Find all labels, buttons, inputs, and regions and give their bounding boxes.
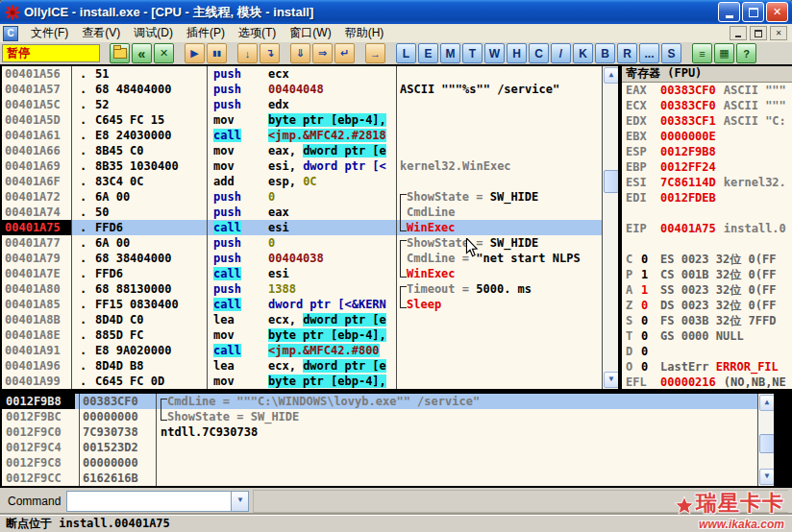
scroll-thumb[interactable] bbox=[759, 434, 774, 453]
stack-row[interactable]: 0012F9C800000000 bbox=[2, 455, 774, 471]
execute-till-return-button[interactable]: ↵ bbox=[334, 43, 355, 63]
flag-row[interactable]: D0 bbox=[622, 344, 792, 359]
view-source-button[interactable]: S bbox=[661, 43, 681, 63]
menu-item-5[interactable]: 选项(T) bbox=[232, 23, 283, 43]
disasm-row[interactable]: 00401A8B.8D4D C0leaecx, dword ptr [e bbox=[2, 312, 618, 327]
go-to-address-button[interactable]: → bbox=[365, 43, 385, 63]
flag-row[interactable]: T0GS 0000 NULL bbox=[622, 328, 792, 344]
disasm-row[interactable]: 00401A80.68 88130000push1388Timeout = 50… bbox=[2, 281, 618, 297]
help-button[interactable]: ? bbox=[736, 43, 756, 63]
register-row[interactable]: EDI0012FDEB bbox=[622, 190, 792, 206]
stack-row[interactable]: 0012F9B800383CF0CmdLine = """C:\WINDOWS\… bbox=[2, 394, 774, 409]
scroll-up-arrow[interactable]: ▲ bbox=[759, 395, 774, 411]
stack-row[interactable]: 0012F9C07C930738ntdll.7C930738 bbox=[2, 424, 774, 440]
stack-row[interactable]: 0012F9CC6162616B bbox=[2, 471, 774, 486]
scroll-up-arrow[interactable]: ▲ bbox=[604, 67, 618, 84]
menu-item-4[interactable]: 插件(P) bbox=[180, 23, 232, 43]
view-handles-button[interactable]: H bbox=[507, 43, 527, 63]
stack-scrollbar[interactable]: ▲ ▼ bbox=[757, 394, 774, 486]
register-row[interactable]: ECX00383CF0ASCII """ bbox=[622, 98, 792, 113]
register-row[interactable]: EBP0012FF24 bbox=[622, 159, 792, 175]
run-button[interactable]: ▶ bbox=[185, 43, 205, 63]
disasm-row[interactable]: 00401A56.51pushecx bbox=[2, 66, 618, 82]
view-call-stack-button[interactable]: K bbox=[573, 43, 593, 63]
register-row[interactable]: ESI7C86114Dkernel32. bbox=[622, 175, 792, 190]
disassembly-scrollbar[interactable]: ▲ ▼ bbox=[602, 66, 618, 389]
disasm-row[interactable]: 00401A96.8D4D B8leaecx, dword ptr [e bbox=[2, 358, 618, 374]
disasm-row[interactable]: 00401A91.E8 9A020000call<jmp.&MFC42.#800 bbox=[2, 343, 618, 358]
menu-item-2[interactable]: 查看(V) bbox=[75, 23, 127, 43]
view-executables-button[interactable]: E bbox=[418, 43, 438, 63]
menu-item-3[interactable]: 调试(D) bbox=[127, 23, 180, 43]
close-button[interactable]: ✕ bbox=[766, 2, 788, 22]
disasm-row[interactable]: 00401A6F.83C4 0Caddesp, 0C bbox=[2, 174, 618, 189]
disasm-row[interactable]: 00401A99.C645 FC 0Dmovbyte ptr [ebp-4], bbox=[2, 374, 618, 389]
command-combobox[interactable]: ▼ bbox=[66, 491, 249, 512]
minimize-button[interactable] bbox=[718, 2, 740, 22]
options-list-button[interactable]: ≡ bbox=[692, 43, 712, 63]
view-breakpoints-button[interactable]: B bbox=[595, 43, 615, 63]
open-file-button[interactable] bbox=[110, 43, 130, 63]
view-cpu-button[interactable]: C bbox=[529, 43, 549, 63]
register-row[interactable]: EAX00383CF0ASCII """ bbox=[622, 83, 792, 98]
register-row[interactable]: ESP0012F9B8 bbox=[622, 144, 792, 159]
scroll-down-arrow[interactable]: ▼ bbox=[759, 469, 774, 485]
disassembly-pane[interactable]: 00401A56.51pushecx00401A57.68 48404000pu… bbox=[2, 66, 618, 389]
view-run-trace-button[interactable]: ... bbox=[639, 43, 659, 63]
scroll-down-arrow[interactable]: ▼ bbox=[604, 372, 618, 388]
disasm-row[interactable]: 00401A7E.FFD6callesiWinExec bbox=[2, 266, 618, 281]
menu-item-1[interactable]: 文件(F) bbox=[24, 23, 75, 43]
disasm-row[interactable]: 00401A5C.52pushedx bbox=[2, 97, 618, 112]
step-into-button[interactable]: ↓ bbox=[237, 43, 258, 63]
scroll-thumb[interactable] bbox=[604, 170, 618, 193]
mdi-minimize-button[interactable] bbox=[730, 26, 747, 40]
stack-row[interactable]: 0012F9C4001523D2 bbox=[2, 440, 774, 455]
stack-row[interactable]: 0012F9BC00000000ShowState = SW_HIDE bbox=[2, 409, 774, 424]
register-row[interactable]: EDX00383CF1ASCII "C: bbox=[622, 113, 792, 129]
disasm-row[interactable]: 00401A61.E8 24030000call<jmp.&MFC42.#281… bbox=[2, 128, 618, 143]
disasm-row[interactable]: 00401A57.68 48404000push00404048ASCII ""… bbox=[2, 82, 618, 97]
mdi-restore-button[interactable] bbox=[750, 26, 767, 40]
menu-item-6[interactable]: 窗口(W) bbox=[283, 23, 337, 43]
disasm-row[interactable]: 00401A69.8B35 1030400movesi, dword ptr [… bbox=[2, 158, 618, 174]
flag-row[interactable]: A1SS 0023 32位 0(FF bbox=[622, 282, 792, 298]
flag-row[interactable]: P1CS 001B 32位 0(FF bbox=[622, 267, 792, 282]
flag-row[interactable]: C0ES 0023 32位 0(FF bbox=[622, 252, 792, 267]
animate-into-button[interactable]: ⇓ bbox=[290, 43, 310, 63]
flag-row[interactable]: O0LastErr ERROR_FIL bbox=[622, 359, 792, 375]
disasm-row[interactable]: 00401A79.68 38404000push00404038CmdLine … bbox=[2, 251, 618, 266]
disasm-row[interactable]: 00401A8E.885D FCmovbyte ptr [ebp-4], bbox=[2, 327, 618, 343]
cpu-window-icon[interactable]: C bbox=[3, 26, 18, 41]
view-references-button[interactable]: R bbox=[617, 43, 637, 63]
disasm-row[interactable]: 00401A5D.C645 FC 15movbyte ptr [ebp-4], bbox=[2, 112, 618, 128]
disasm-row[interactable]: 00401A72.6A 00push0ShowState = SW_HIDE bbox=[2, 189, 618, 205]
flag-row[interactable]: S0FS 003B 32位 7FFD bbox=[622, 313, 792, 328]
step-over-button[interactable]: ↴ bbox=[260, 43, 280, 63]
disasm-row[interactable]: 00401A77.6A 00push0ShowState = SW_HIDE bbox=[2, 235, 618, 251]
registers-pane[interactable]: 寄存器 (FPU) EAX00383CF0ASCII """ECX00383CF… bbox=[622, 66, 792, 389]
register-row[interactable]: EIP00401A75install.0 bbox=[622, 221, 792, 236]
close-process-button[interactable]: ✕ bbox=[154, 43, 174, 63]
appearance-button[interactable]: ▦ bbox=[714, 43, 734, 63]
view-threads-button[interactable]: T bbox=[462, 43, 483, 63]
command-input[interactable] bbox=[67, 492, 231, 511]
stack-pane[interactable]: 0012F9B800383CF0CmdLine = """C:\WINDOWS\… bbox=[2, 394, 774, 486]
restart-button[interactable]: « bbox=[132, 43, 152, 63]
restore-button[interactable] bbox=[742, 2, 764, 22]
disasm-row[interactable]: 00401A85.FF15 0830400calldword ptr [<&KE… bbox=[2, 297, 618, 312]
command-dropdown-button[interactable]: ▼ bbox=[231, 492, 248, 511]
efl-row[interactable]: EFL00000216(NO,NB,NE bbox=[622, 375, 792, 389]
animate-over-button[interactable]: ⇒ bbox=[312, 43, 333, 63]
disasm-row[interactable]: 00401A75.FFD6callesiWinExec bbox=[2, 220, 618, 235]
menu-item-7[interactable]: 帮助(H) bbox=[338, 23, 391, 43]
flag-row[interactable]: Z0DS 0023 32位 0(FF bbox=[622, 298, 792, 313]
view-windows-button[interactable]: W bbox=[484, 43, 505, 63]
view-patches-button[interactable]: / bbox=[551, 43, 571, 63]
pause-button[interactable]: ▮▮ bbox=[207, 43, 227, 63]
disasm-row[interactable]: 00401A66.8B45 C0moveax, dword ptr [e bbox=[2, 143, 618, 158]
view-memory-button[interactable]: M bbox=[440, 43, 460, 63]
disasm-row[interactable]: 00401A74.50pusheaxCmdLine bbox=[2, 205, 618, 220]
register-row[interactable]: EBX0000000E bbox=[622, 129, 792, 144]
mdi-close-button[interactable]: ✕ bbox=[770, 26, 787, 40]
view-log-button[interactable]: L bbox=[396, 43, 416, 63]
